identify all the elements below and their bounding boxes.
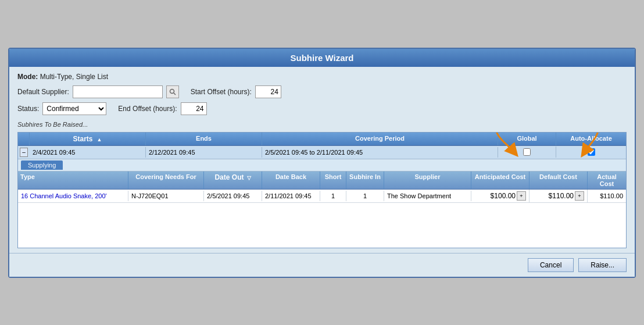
end-offset-input[interactable] — [181, 102, 207, 115]
svg-point-0 — [170, 89, 174, 93]
col-header-auto-allocate: Auto-Allocate — [556, 133, 626, 145]
col-header-starts: Starts ▲ — [30, 133, 146, 145]
main-grid-header: Starts ▲ Ends Covering Period Global Aut… — [18, 133, 626, 146]
cell-anticipated-cost: $100.00 + — [471, 190, 529, 202]
cell-covering-needs: N-J720EQ01 — [128, 191, 204, 201]
sub-col-supplier: Supplier — [384, 172, 471, 189]
cell-date-out: 2/5/2021 09:45 — [204, 191, 262, 201]
sub-col-covering-needs: Covering Needs For — [128, 172, 204, 189]
start-offset-input[interactable] — [255, 85, 281, 98]
search-icon — [169, 88, 176, 95]
mode-label: Mode: — [17, 73, 38, 81]
col-header-global: Global — [498, 133, 556, 145]
status-group: Status: Confirmed Pending Cancelled — [17, 102, 106, 115]
form-row-1: Default Supplier: Start Offset (hours): — [17, 85, 627, 98]
supplying-tab[interactable]: Supplying — [21, 160, 63, 170]
mode-line: Mode: Multi-Type, Single List — [17, 73, 627, 81]
sub-col-short: Short — [320, 172, 346, 189]
auto-allocate-checkbox[interactable] — [588, 148, 595, 156]
cell-default-cost: $110.00 + — [529, 190, 588, 202]
start-offset-group: Start Offset (hours): — [191, 85, 281, 98]
subhires-table: Starts ▲ Ends Covering Period Global Aut… — [17, 132, 627, 248]
group-ends: 2/12/2021 09:45 — [146, 147, 262, 158]
cell-subhire-in: 1 — [346, 191, 384, 201]
group-row: – 2/4/2021 09:45 2/12/2021 09:45 2/5/202… — [18, 146, 626, 159]
end-offset-group: End Offset (hours): — [118, 102, 206, 115]
dialog-title: Subhire Wizard — [9, 49, 635, 67]
col-header-covering: Covering Period — [262, 133, 498, 145]
group-area: – 2/4/2021 09:45 2/12/2021 09:45 2/5/202… — [18, 146, 626, 159]
sub-col-actual-cost: Actual Cost — [588, 172, 626, 189]
sub-col-type: Type — [18, 172, 128, 189]
auto-allocate-checkbox-cell — [556, 147, 626, 158]
sub-col-default-cost: Default Cost — [529, 172, 588, 189]
end-offset-label: End Offset (hours): — [118, 105, 177, 113]
cell-supplier: The Show Department — [384, 191, 471, 201]
default-supplier-group: Default Supplier: — [17, 85, 179, 98]
subhires-section-label: Subhires To Be Raised... — [17, 121, 627, 128]
form-row-2: Status: Confirmed Pending Cancelled End … — [17, 102, 627, 115]
subhires-inner: Starts ▲ Ends Covering Period Global Aut… — [18, 133, 626, 203]
anticipated-cost-edit-button[interactable]: + — [517, 191, 526, 201]
start-offset-label: Start Offset (hours): — [191, 88, 252, 96]
global-checkbox[interactable] — [523, 148, 531, 156]
global-checkbox-cell — [498, 147, 556, 158]
sub-col-date-out: Date Out ▽ — [204, 172, 262, 189]
subhire-wizard-dialog: Subhire Wizard Mode: Multi-Type, Single … — [8, 48, 636, 278]
subgrid-row: 16 Channel Audio Snake, 200' N-J720EQ01 … — [18, 190, 626, 203]
raise-button[interactable]: Raise... — [578, 258, 627, 272]
status-select[interactable]: Confirmed Pending Cancelled — [42, 102, 106, 115]
default-cost-edit-button[interactable]: + — [575, 191, 584, 201]
col-header-ends: Ends — [146, 133, 262, 145]
cell-short: 1 — [320, 191, 346, 201]
cell-type: 16 Channel Audio Snake, 200' — [18, 191, 128, 201]
supplier-search-button[interactable] — [166, 85, 179, 98]
dialog-body: Mode: Multi-Type, Single List Default Su… — [9, 67, 635, 253]
dialog-footer: Cancel Raise... — [9, 253, 635, 277]
tab-row: Supplying — [18, 159, 626, 172]
sub-col-subhire-in: Subhire In — [346, 172, 384, 189]
status-label: Status: — [17, 105, 39, 113]
cell-actual-cost: $110.00 — [588, 191, 626, 201]
default-supplier-label: Default Supplier: — [17, 88, 69, 96]
sub-col-anticipated-cost: Anticipated Cost — [471, 172, 529, 189]
sub-col-date-back: Date Back — [262, 172, 320, 189]
default-supplier-input[interactable] — [73, 85, 163, 98]
expand-button[interactable]: – — [20, 148, 28, 157]
group-starts: 2/4/2021 09:45 — [30, 147, 146, 158]
mode-value: Multi-Type, Single List — [40, 73, 108, 81]
group-covering: 2/5/2021 09:45 to 2/11/2021 09:45 — [262, 147, 498, 158]
subgrid-header: Type Covering Needs For Date Out ▽ Date … — [18, 172, 626, 190]
cancel-button[interactable]: Cancel — [528, 258, 574, 272]
cell-date-back: 2/11/2021 09:45 — [262, 191, 320, 201]
svg-line-1 — [174, 93, 176, 95]
